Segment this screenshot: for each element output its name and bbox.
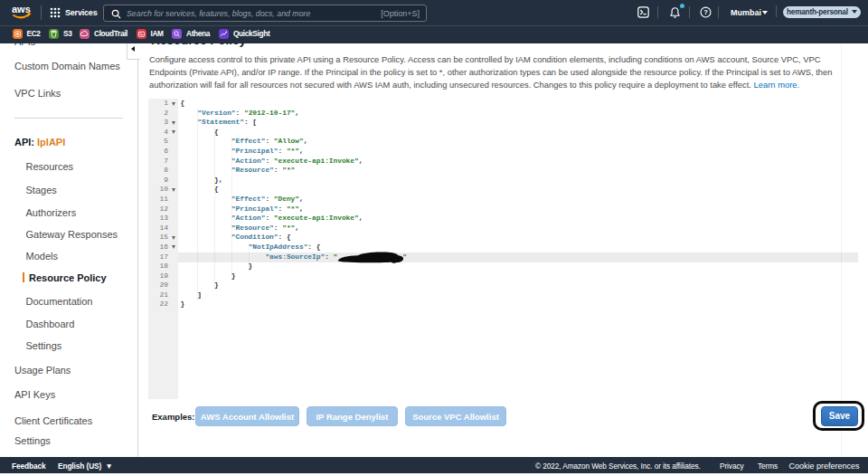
svg-text:?: ? [703,8,708,16]
svg-text:aws: aws [12,5,31,14]
